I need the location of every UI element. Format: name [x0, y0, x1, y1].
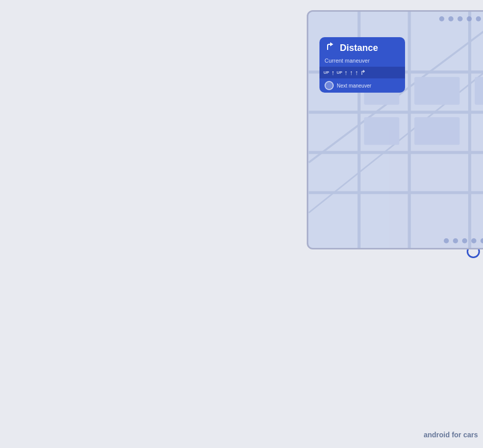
android-prefix: android	[423, 431, 449, 439]
svg-rect-15	[364, 117, 399, 145]
sys-dot	[467, 16, 472, 21]
android-suffix: for cars	[452, 431, 478, 439]
next-text-small: Next maneuver	[337, 83, 371, 89]
sys-dot	[448, 16, 453, 21]
lanes-row-small: UP ↑ UP ↑ ↑ ↑ ↱	[319, 67, 405, 78]
android-label: android for cars	[423, 431, 478, 439]
lane-label-up1: UP	[324, 70, 329, 75]
svg-rect-13	[414, 77, 460, 104]
sys-dot-b	[444, 238, 449, 243]
lane-label-up2: UP	[337, 70, 342, 75]
svg-rect-16	[414, 117, 460, 145]
lane-arrow-3: ↑	[350, 69, 353, 76]
sys-dot	[476, 16, 481, 21]
nav-card-small: Distance Current maneuver UP ↑ UP ↑ ↑ ↑ …	[319, 37, 405, 93]
sys-dot	[458, 16, 463, 21]
turn-icon-small	[325, 41, 336, 54]
lane-arrow-turn: ↱	[360, 69, 366, 76]
small-device: Action Distance Current maneuver UP ↑ UP…	[153, 5, 470, 245]
large-device: Action Distance Currentmaneuver UP ↑ UP …	[4, 229, 340, 443]
card-header-small: Distance	[319, 37, 405, 58]
sys-dot	[439, 16, 444, 21]
svg-rect-14	[475, 77, 483, 104]
sys-dot-b	[453, 238, 458, 243]
lane-arrow-1: ↑	[331, 69, 335, 76]
next-dot-small	[325, 81, 334, 90]
lane-arrow-4: ↑	[355, 69, 359, 76]
maneuver-text-small: Current maneuver	[319, 58, 405, 67]
sys-dot-b	[462, 238, 467, 243]
distance-label-small: Distance	[340, 43, 378, 53]
lane-arrow-2: ↑	[344, 69, 348, 76]
sys-dot-b	[471, 238, 476, 243]
system-bar-top	[308, 12, 483, 26]
sys-dot-b	[480, 238, 483, 243]
next-maneuver-small: Next maneuver	[319, 78, 405, 93]
system-bar-bottom-small	[308, 234, 483, 248]
